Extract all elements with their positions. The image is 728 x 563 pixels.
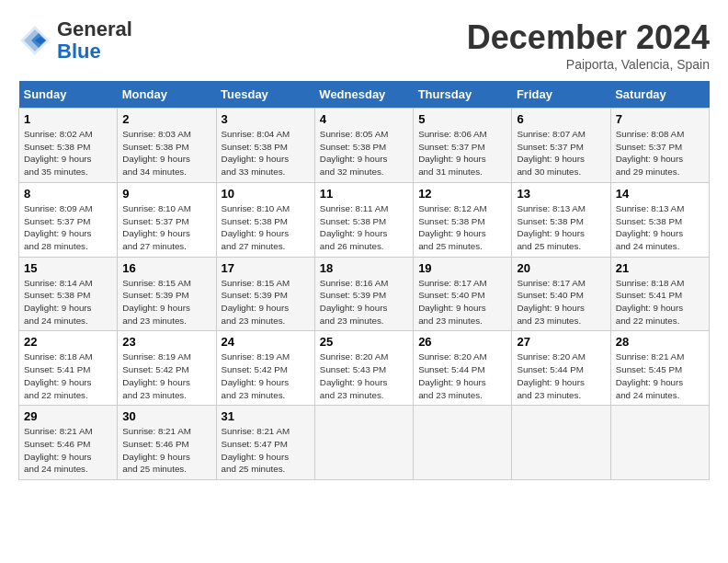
logo-general: General	[57, 17, 132, 40]
calendar-cell: 5Sunrise: 8:06 AM Sunset: 5:37 PM Daylig…	[414, 109, 512, 183]
calendar-cell: 19Sunrise: 8:17 AM Sunset: 5:40 PM Dayli…	[414, 257, 512, 331]
calendar-header-sunday: Sunday	[19, 81, 118, 109]
day-info: Sunrise: 8:02 AM Sunset: 5:38 PM Dayligh…	[24, 128, 112, 178]
day-info: Sunrise: 8:21 AM Sunset: 5:46 PM Dayligh…	[122, 425, 210, 476]
calendar-cell: 26Sunrise: 8:20 AM Sunset: 5:44 PM Dayli…	[414, 331, 512, 406]
day-number: 24	[222, 335, 310, 349]
day-number: 26	[418, 335, 506, 349]
day-info: Sunrise: 8:18 AM Sunset: 5:41 PM Dayligh…	[24, 350, 112, 401]
day-number: 3	[222, 112, 310, 126]
day-info: Sunrise: 8:09 AM Sunset: 5:37 PM Dayligh…	[24, 202, 112, 253]
day-info: Sunrise: 8:04 AM Sunset: 5:38 PM Dayligh…	[222, 128, 310, 178]
day-number: 21	[616, 261, 704, 275]
day-info: Sunrise: 8:15 AM Sunset: 5:39 PM Dayligh…	[222, 277, 310, 327]
day-number: 13	[517, 187, 605, 201]
calendar-cell: 25Sunrise: 8:20 AM Sunset: 5:43 PM Dayli…	[314, 331, 413, 406]
calendar-cell: 29Sunrise: 8:21 AM Sunset: 5:46 PM Dayli…	[19, 406, 118, 480]
day-number: 2	[122, 112, 210, 126]
day-info: Sunrise: 8:11 AM Sunset: 5:38 PM Dayligh…	[320, 202, 408, 253]
calendar-cell: 15Sunrise: 8:14 AM Sunset: 5:38 PM Dayli…	[19, 257, 118, 331]
calendar-cell	[512, 406, 610, 480]
day-info: Sunrise: 8:13 AM Sunset: 5:38 PM Dayligh…	[517, 202, 605, 253]
day-number: 7	[616, 112, 704, 126]
calendar-cell: 7Sunrise: 8:08 AM Sunset: 5:37 PM Daylig…	[610, 109, 709, 183]
calendar-header-monday: Monday	[118, 81, 216, 109]
calendar-cell: 23Sunrise: 8:19 AM Sunset: 5:42 PM Dayli…	[118, 331, 216, 406]
day-number: 17	[222, 261, 310, 275]
calendar-week-4: 22Sunrise: 8:18 AM Sunset: 5:41 PM Dayli…	[19, 331, 710, 406]
calendar-header-wednesday: Wednesday	[314, 81, 413, 109]
day-number: 19	[418, 261, 506, 275]
calendar-cell: 3Sunrise: 8:04 AM Sunset: 5:38 PM Daylig…	[216, 109, 314, 183]
month-title: December 2024	[467, 18, 710, 57]
calendar-cell: 14Sunrise: 8:13 AM Sunset: 5:38 PM Dayli…	[610, 182, 709, 257]
day-number: 16	[122, 261, 210, 275]
day-info: Sunrise: 8:13 AM Sunset: 5:38 PM Dayligh…	[616, 202, 704, 253]
day-info: Sunrise: 8:06 AM Sunset: 5:37 PM Dayligh…	[418, 128, 506, 178]
calendar-cell: 2Sunrise: 8:03 AM Sunset: 5:38 PM Daylig…	[118, 109, 216, 183]
calendar-cell: 27Sunrise: 8:20 AM Sunset: 5:44 PM Dayli…	[512, 331, 610, 406]
calendar-cell	[314, 406, 413, 480]
calendar-cell: 20Sunrise: 8:17 AM Sunset: 5:40 PM Dayli…	[512, 257, 610, 331]
day-info: Sunrise: 8:19 AM Sunset: 5:42 PM Dayligh…	[222, 350, 310, 401]
day-info: Sunrise: 8:19 AM Sunset: 5:42 PM Dayligh…	[122, 350, 210, 401]
day-number: 9	[122, 187, 210, 201]
calendar-cell: 16Sunrise: 8:15 AM Sunset: 5:39 PM Dayli…	[118, 257, 216, 331]
day-info: Sunrise: 8:12 AM Sunset: 5:38 PM Dayligh…	[418, 202, 506, 253]
day-number: 10	[222, 187, 310, 201]
day-info: Sunrise: 8:20 AM Sunset: 5:44 PM Dayligh…	[517, 350, 605, 401]
calendar-cell: 11Sunrise: 8:11 AM Sunset: 5:38 PM Dayli…	[314, 182, 413, 257]
calendar-cell: 1Sunrise: 8:02 AM Sunset: 5:38 PM Daylig…	[19, 109, 118, 183]
day-number: 11	[320, 187, 408, 201]
logo-blue: Blue	[57, 40, 101, 63]
calendar-week-2: 8Sunrise: 8:09 AM Sunset: 5:37 PM Daylig…	[19, 182, 710, 257]
title-area: December 2024 Paiporta, Valencia, Spain	[467, 18, 710, 72]
day-number: 29	[24, 409, 112, 423]
day-info: Sunrise: 8:21 AM Sunset: 5:47 PM Dayligh…	[222, 425, 310, 476]
calendar-table: SundayMondayTuesdayWednesdayThursdayFrid…	[18, 81, 710, 480]
day-number: 20	[517, 261, 605, 275]
logo-text: General Blue	[57, 18, 132, 63]
day-number: 18	[320, 261, 408, 275]
calendar-cell: 24Sunrise: 8:19 AM Sunset: 5:42 PM Dayli…	[216, 331, 314, 406]
day-info: Sunrise: 8:17 AM Sunset: 5:40 PM Dayligh…	[418, 277, 506, 327]
day-number: 6	[517, 112, 605, 126]
calendar-cell: 9Sunrise: 8:10 AM Sunset: 5:37 PM Daylig…	[118, 182, 216, 257]
calendar-cell	[610, 406, 709, 480]
calendar-cell: 22Sunrise: 8:18 AM Sunset: 5:41 PM Dayli…	[19, 331, 118, 406]
day-number: 25	[320, 335, 408, 349]
day-info: Sunrise: 8:18 AM Sunset: 5:41 PM Dayligh…	[616, 277, 704, 327]
day-info: Sunrise: 8:05 AM Sunset: 5:38 PM Dayligh…	[320, 128, 408, 178]
day-info: Sunrise: 8:17 AM Sunset: 5:40 PM Dayligh…	[517, 277, 605, 327]
calendar-header-tuesday: Tuesday	[216, 81, 314, 109]
day-info: Sunrise: 8:07 AM Sunset: 5:37 PM Dayligh…	[517, 128, 605, 178]
day-number: 4	[320, 112, 408, 126]
calendar-cell: 28Sunrise: 8:21 AM Sunset: 5:45 PM Dayli…	[610, 331, 709, 406]
calendar-cell: 30Sunrise: 8:21 AM Sunset: 5:46 PM Dayli…	[118, 406, 216, 480]
day-info: Sunrise: 8:10 AM Sunset: 5:38 PM Dayligh…	[222, 202, 310, 253]
day-info: Sunrise: 8:16 AM Sunset: 5:39 PM Dayligh…	[320, 277, 408, 327]
header: General Blue December 2024 Paiporta, Val…	[18, 18, 710, 72]
calendar-cell: 17Sunrise: 8:15 AM Sunset: 5:39 PM Dayli…	[216, 257, 314, 331]
calendar-header-friday: Friday	[512, 81, 610, 109]
calendar-cell: 4Sunrise: 8:05 AM Sunset: 5:38 PM Daylig…	[314, 109, 413, 183]
calendar-cell	[414, 406, 512, 480]
day-number: 8	[24, 187, 112, 201]
day-info: Sunrise: 8:21 AM Sunset: 5:46 PM Dayligh…	[24, 425, 112, 476]
calendar-week-3: 15Sunrise: 8:14 AM Sunset: 5:38 PM Dayli…	[19, 257, 710, 331]
day-number: 27	[517, 335, 605, 349]
location: Paiporta, Valencia, Spain	[467, 57, 710, 72]
calendar-cell: 31Sunrise: 8:21 AM Sunset: 5:47 PM Dayli…	[216, 406, 314, 480]
day-number: 15	[24, 261, 112, 275]
logo: General Blue	[18, 18, 132, 63]
day-number: 5	[418, 112, 506, 126]
day-number: 30	[122, 409, 210, 423]
day-number: 1	[24, 112, 112, 126]
day-number: 31	[222, 409, 310, 423]
day-info: Sunrise: 8:20 AM Sunset: 5:43 PM Dayligh…	[320, 350, 408, 401]
calendar-cell: 6Sunrise: 8:07 AM Sunset: 5:37 PM Daylig…	[512, 109, 610, 183]
day-info: Sunrise: 8:20 AM Sunset: 5:44 PM Dayligh…	[418, 350, 506, 401]
day-info: Sunrise: 8:15 AM Sunset: 5:39 PM Dayligh…	[122, 277, 210, 327]
day-number: 28	[616, 335, 704, 349]
calendar-week-5: 29Sunrise: 8:21 AM Sunset: 5:46 PM Dayli…	[19, 406, 710, 480]
